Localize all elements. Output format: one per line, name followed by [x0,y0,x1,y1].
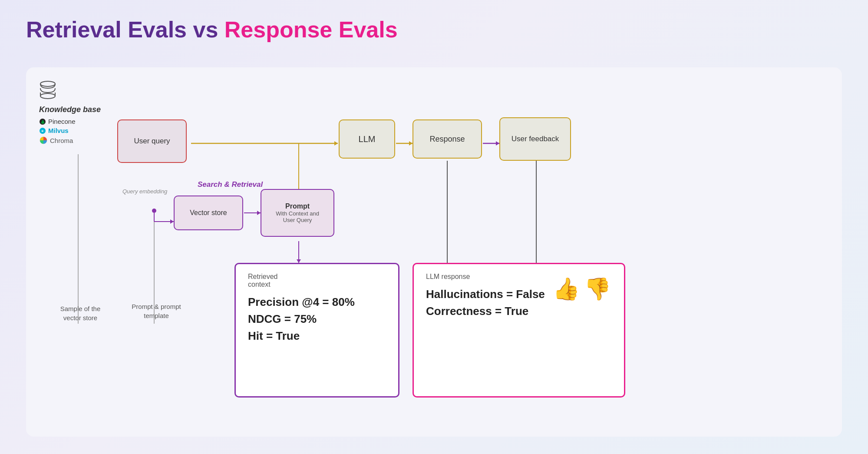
svg-text:🌲: 🌲 [40,119,46,125]
title-part1: Retrieval Evals vs [26,17,224,42]
thumbs-up-icon: 👍 [553,276,580,302]
prompt-node: Prompt With Context andUser Query [261,189,334,237]
kb-label: Knowledge base [39,105,101,114]
svg-marker-12 [334,141,338,146]
pinecone-logo: 🌲 Pinecone [39,118,76,125]
thumbs-icons: 👍 👎 [553,276,611,302]
svg-point-0 [40,81,55,86]
svg-marker-20 [170,219,174,224]
page-title: Retrieval Evals vs Response Evals [26,17,398,43]
svg-point-1 [40,93,55,99]
thumbs-down-icon: 👎 [584,276,611,302]
svg-marker-22 [257,211,261,215]
svg-marker-16 [496,141,499,146]
svg-marker-26 [297,259,301,263]
sample-vector-store-label: Sample of the vector store [52,304,109,322]
llm-node: LLM [339,119,395,159]
milvus-logo: 👁 Milvus [39,127,69,134]
retrieval-eval-label: Retrievedcontext [248,273,386,288]
title-part2: Response Evals [224,17,398,42]
retrieval-eval-metrics: Precision @4 = 80% NDCG = 75% Hit = True [248,294,386,345]
svg-point-17 [152,209,156,213]
user-feedback-node: User feedback [499,117,571,161]
user-query-node: User query [117,119,187,163]
svg-text:👁: 👁 [41,129,44,133]
chroma-logo: Chroma [39,136,73,145]
database-icon [39,80,56,103]
vector-store-node: Vector store [174,196,243,230]
retrieval-eval-box: Retrievedcontext Precision @4 = 80% NDCG… [234,263,399,398]
search-retrieval-label: Search & Retrieval [198,180,263,189]
response-node: Response [413,119,482,159]
svg-marker-14 [409,141,413,146]
response-eval-box: 👍 👎 LLM response Hallucinations = False … [413,263,625,398]
knowledge-base-section: Knowledge base 🌲 Pinecone 👁 Milvus Chrom… [39,80,101,146]
query-embedding-label: Query embedding [122,188,167,196]
diagram-container: Knowledge base 🌲 Pinecone 👁 Milvus Chrom… [26,67,842,437]
prompt-template-label: Prompt & prompt template [122,302,191,320]
